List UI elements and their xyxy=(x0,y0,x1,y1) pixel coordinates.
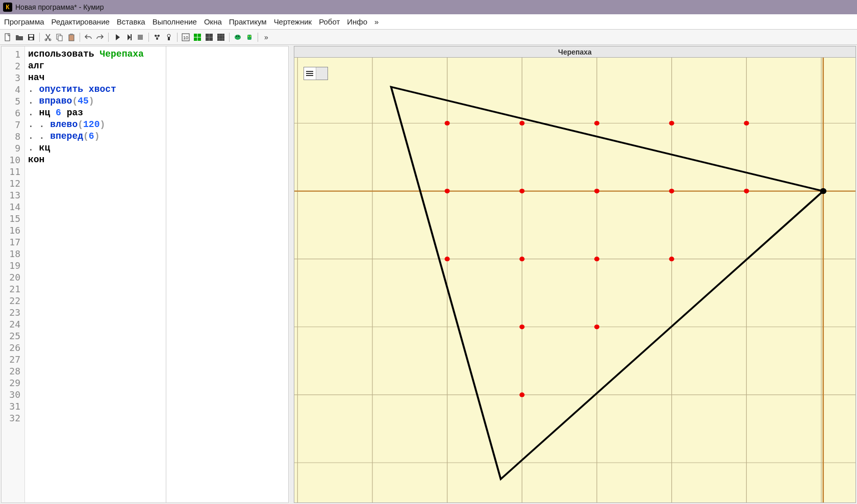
svg-point-52 xyxy=(669,189,674,193)
tool1-button[interactable] xyxy=(153,33,162,42)
svg-rect-10 xyxy=(131,34,132,40)
svg-point-48 xyxy=(744,121,749,125)
copy-button[interactable] xyxy=(55,33,64,42)
toolbar-separator xyxy=(80,33,80,42)
line-number: 12 xyxy=(2,178,20,189)
main: 1234567891011121314151617181920212223242… xyxy=(0,45,857,504)
menu-3[interactable]: Выполнение xyxy=(153,17,197,26)
line-number: 22 xyxy=(2,295,20,307)
cmd-pendown: опустить хвост xyxy=(39,84,116,94)
cmd-left: влево xyxy=(50,119,78,130)
tool2-button[interactable] xyxy=(164,33,173,42)
kw-begin: нач xyxy=(28,72,44,83)
step-button[interactable] xyxy=(124,33,133,42)
redo-button[interactable] xyxy=(95,33,105,42)
svg-rect-8 xyxy=(69,35,74,41)
indent-dot: . xyxy=(28,108,39,118)
actor2-button[interactable] xyxy=(245,33,254,42)
line-number: 10 xyxy=(2,154,20,166)
svg-point-62 xyxy=(820,188,826,194)
svg-rect-0 xyxy=(5,34,10,41)
menu-7[interactable]: Робот xyxy=(319,17,340,26)
line-number: 26 xyxy=(2,342,20,354)
line-number: 23 xyxy=(2,307,20,318)
canvas-title: Черепаха xyxy=(294,46,855,58)
canvas-menu-button[interactable] xyxy=(304,67,328,80)
svg-point-55 xyxy=(519,257,524,261)
app-icon: К xyxy=(3,3,12,12)
grid1-button[interactable]: 10 xyxy=(181,33,190,42)
line-number: 3 xyxy=(2,72,20,84)
indent-dot: . . xyxy=(28,131,50,141)
svg-point-54 xyxy=(445,257,450,261)
menu-0[interactable]: Программа xyxy=(4,17,44,26)
line-number: 25 xyxy=(2,330,20,342)
ident-turtle: Черепаха xyxy=(99,49,143,59)
kw-use: использовать xyxy=(28,49,99,59)
line-number: 20 xyxy=(2,271,20,283)
gutter: 1234567891011121314151617181920212223242… xyxy=(2,46,25,502)
line-number: 8 xyxy=(2,131,20,142)
line-number: 5 xyxy=(2,95,20,107)
grid3-button[interactable] xyxy=(205,33,214,42)
svg-rect-3 xyxy=(30,38,33,40)
code-editor[interactable]: использовать Черепаха алг нач . опустить… xyxy=(25,46,288,502)
paste-button[interactable] xyxy=(67,33,76,42)
cut-button[interactable] xyxy=(43,33,53,42)
menu-5[interactable]: Практикум xyxy=(229,17,267,26)
run-button[interactable] xyxy=(112,33,121,42)
menu-4[interactable]: Окна xyxy=(204,17,222,26)
svg-point-57 xyxy=(669,257,674,261)
more-button[interactable]: » xyxy=(262,33,271,42)
menu-6[interactable]: Чертежник xyxy=(274,17,312,26)
svg-rect-2 xyxy=(29,35,33,37)
line-number: 29 xyxy=(2,377,20,389)
svg-rect-9 xyxy=(70,34,73,35)
new-button[interactable] xyxy=(3,33,12,42)
svg-text:10: 10 xyxy=(183,35,188,40)
line-number: 18 xyxy=(2,248,20,260)
grid2-button[interactable] xyxy=(193,33,202,42)
indent-dot: . xyxy=(28,143,39,153)
line-number: 19 xyxy=(2,260,20,271)
line-number: 4 xyxy=(2,84,20,95)
stop-button[interactable] xyxy=(136,33,145,42)
svg-point-60 xyxy=(519,392,524,397)
hamburger-icon xyxy=(306,71,313,76)
svg-rect-25 xyxy=(247,35,251,40)
line-number: 13 xyxy=(2,189,20,201)
svg-point-44 xyxy=(445,121,450,125)
svg-point-26 xyxy=(248,36,249,37)
line-number: 15 xyxy=(2,213,20,224)
menu-8[interactable]: Инфо xyxy=(347,17,367,26)
canvas-pane: Черепаха xyxy=(294,46,856,503)
indent-dot: . xyxy=(28,96,39,106)
toolbar-separator xyxy=(148,33,149,42)
pane-splitter[interactable] xyxy=(290,45,294,504)
window-title: Новая программа* - Кумир xyxy=(15,3,104,11)
open-button[interactable] xyxy=(15,33,24,42)
line-number: 27 xyxy=(2,354,20,365)
svg-point-15 xyxy=(167,34,170,37)
line-number: 17 xyxy=(2,236,20,248)
svg-point-22 xyxy=(235,35,241,40)
kw-loop: нц xyxy=(39,108,56,118)
menu-9[interactable]: » xyxy=(374,17,379,26)
actor1-button[interactable] xyxy=(233,33,242,42)
grid4-button[interactable] xyxy=(216,33,225,42)
line-number: 9 xyxy=(2,142,20,154)
undo-button[interactable] xyxy=(84,33,93,42)
turtle-canvas[interactable] xyxy=(294,58,855,502)
save-button[interactable] xyxy=(27,33,36,42)
svg-point-59 xyxy=(594,324,599,329)
line-number: 24 xyxy=(2,318,20,330)
svg-point-49 xyxy=(445,189,450,193)
line-number: 32 xyxy=(2,412,20,424)
svg-point-24 xyxy=(238,36,239,37)
menu-1[interactable]: Редактирование xyxy=(52,17,110,26)
svg-point-56 xyxy=(594,257,599,261)
editor-splitter[interactable] xyxy=(166,46,166,502)
menubar: ПрограммаРедактированиеВставкаВыполнение… xyxy=(0,14,857,30)
menu-2[interactable]: Вставка xyxy=(117,17,145,26)
svg-point-27 xyxy=(250,36,251,37)
